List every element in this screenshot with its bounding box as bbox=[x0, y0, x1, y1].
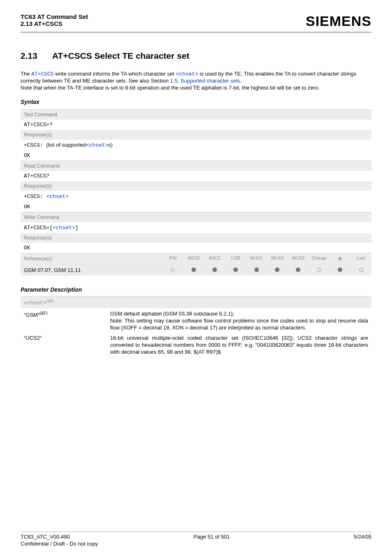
write-command-label: Write Command bbox=[21, 212, 371, 222]
reference-label: Reference(s) bbox=[21, 254, 162, 264]
page-header: TC63 AT Command Set 2.13 AT+CSCS SIEMENS bbox=[21, 13, 371, 29]
footer-center: Page 51 of 501 bbox=[194, 534, 230, 540]
footer-confidential: Confidential / Draft - Do not copy bbox=[21, 541, 371, 547]
reference-value: GSM 07.07, GSM 11.11 bbox=[21, 265, 162, 276]
intro-text: The bbox=[21, 71, 31, 77]
read-ok: OK bbox=[21, 202, 371, 212]
param-key-sup: (&F) bbox=[39, 311, 47, 315]
circle-fill-icon bbox=[254, 267, 259, 272]
circle-fill-icon bbox=[275, 267, 279, 272]
read-command-label: Read Command bbox=[21, 161, 371, 171]
read-command-block: Read Command AT+CSCS? Response(s) +CSCS:… bbox=[21, 161, 371, 212]
mark-mux1 bbox=[246, 265, 267, 275]
resp-text: (list of supported bbox=[46, 142, 86, 148]
col-airplane-icon: ✈ bbox=[330, 253, 350, 264]
resp-prefix: +CSCS: bbox=[24, 193, 46, 200]
param-row-gsm: “GSM“(&F) GSM default alphabet (GSM 03.3… bbox=[21, 308, 371, 332]
mark-asc1 bbox=[204, 265, 225, 275]
test-ok: OK bbox=[21, 150, 371, 161]
param-link-chset[interactable]: <chset> bbox=[53, 225, 75, 231]
mark-mux2 bbox=[267, 265, 288, 275]
circle-fill-icon bbox=[212, 267, 217, 272]
footer-right: 5/24/05 bbox=[354, 534, 371, 540]
intro-paragraph: The AT+CSCS write command informs the TA… bbox=[21, 71, 371, 91]
param-val-gsm: GSM default alphabet (GSM 03.38 subclaus… bbox=[110, 311, 368, 332]
col-asc0: ASC0 bbox=[183, 253, 204, 264]
col-charge: Charge bbox=[309, 253, 330, 264]
col-mux1: MUX1 bbox=[246, 253, 267, 264]
header-rule bbox=[21, 32, 371, 33]
mark-charge bbox=[309, 265, 330, 275]
param-key-text: “UCS2“ bbox=[24, 335, 42, 341]
reference-header-row: Reference(s) PIN ASC0 ASC1 USB MUX1 MUX2… bbox=[21, 253, 371, 264]
param-link-chset[interactable]: <chset> bbox=[176, 71, 198, 77]
col-mux3: MUX3 bbox=[288, 253, 309, 264]
resp-suffix: s) bbox=[108, 142, 113, 148]
cmd-prefix: AT+CSCS= bbox=[24, 225, 49, 231]
footer-rule bbox=[21, 532, 371, 532]
section-heading: 2.13 AT+CSCS Select TE character set bbox=[21, 51, 371, 61]
circle-fill-icon bbox=[191, 267, 196, 272]
param-link-chset[interactable]: <chset> bbox=[46, 193, 69, 200]
section-title: AT+CSCS Select TE character set bbox=[52, 51, 189, 61]
test-command-cmd: AT+CSCS=? bbox=[21, 120, 371, 130]
section-number: 2.13 bbox=[21, 51, 37, 61]
intro-note: Note that when the TA-TE interface is se… bbox=[21, 85, 320, 91]
reference-columns: PIN ASC0 ASC1 USB MUX1 MUX2 MUX3 Charge … bbox=[162, 253, 371, 264]
reference-marks bbox=[162, 265, 371, 275]
syntax-label: Syntax bbox=[21, 99, 371, 105]
doc-title: TC63 AT Command Set bbox=[21, 13, 88, 20]
col-asc1: ASC1 bbox=[204, 253, 225, 264]
param-link-chset[interactable]: <chset> bbox=[86, 142, 108, 148]
mark-pin bbox=[162, 265, 183, 275]
write-command-block: Write Command AT+CSCS=[<chset>] Response… bbox=[21, 212, 371, 253]
read-responses-label: Response(s) bbox=[21, 181, 371, 191]
doc-section-ref: 2.13 AT+CSCS bbox=[21, 20, 88, 27]
write-responses-label: Response(s) bbox=[21, 233, 371, 243]
param-key-gsm: “GSM“(&F) bbox=[24, 311, 106, 332]
circle-fill-icon bbox=[233, 267, 238, 272]
bracket-close: ] bbox=[75, 225, 78, 231]
circle-open-icon bbox=[171, 268, 175, 272]
test-response-line: +CSCS: (list of supported<chset>s) bbox=[21, 140, 371, 150]
section-ref-link[interactable]: 1.5 bbox=[170, 78, 178, 84]
test-command-block: Test Command AT+CSCS=? Response(s) +CSCS… bbox=[21, 109, 371, 161]
param-row-ucs2: “UCS2“ 16-bit universal multiple-octet c… bbox=[21, 332, 371, 357]
test-command-label: Test Command bbox=[21, 110, 371, 120]
col-pin: PIN bbox=[162, 253, 183, 264]
mark-airplane bbox=[330, 265, 350, 275]
circle-open-icon bbox=[359, 268, 363, 272]
read-command-cmd: AT+CSCS? bbox=[21, 171, 371, 181]
param-key-ucs2: “UCS2“ bbox=[24, 335, 106, 356]
param-key-text: “GSM“ bbox=[24, 312, 39, 318]
footer-left: TC63_ATC_V00.490 bbox=[21, 534, 70, 540]
param-val-ucs2: 16-bit universal multiple-octet coded ch… bbox=[110, 335, 368, 356]
param-header: <chset>(str) bbox=[21, 297, 371, 308]
reference-data-row: GSM 07.07, GSM 11.11 bbox=[21, 264, 371, 276]
circle-fill-icon bbox=[296, 267, 300, 272]
write-ok: OK bbox=[21, 243, 371, 253]
param-header-name: <chset> bbox=[24, 300, 46, 306]
param-box: <chset>(str) “GSM“(&F) GSM default alpha… bbox=[21, 296, 371, 357]
intro-text: . bbox=[240, 78, 242, 84]
circle-fill-icon bbox=[338, 267, 342, 272]
mark-asc0 bbox=[183, 265, 204, 275]
col-last: Last bbox=[350, 253, 371, 264]
col-mux2: MUX2 bbox=[267, 253, 288, 264]
write-command-cmd: AT+CSCS=[<chset>] bbox=[21, 222, 371, 233]
syntax-box: Test Command AT+CSCS=? Response(s) +CSCS… bbox=[21, 109, 371, 276]
cmd-link-atcscs[interactable]: AT+CSCS bbox=[31, 71, 54, 77]
read-response-line: +CSCS: <chset> bbox=[21, 191, 371, 202]
reference-block: Reference(s) PIN ASC0 ASC1 USB MUX1 MUX2… bbox=[21, 253, 371, 276]
test-responses-label: Response(s) bbox=[21, 130, 371, 140]
footer-row: TC63_ATC_V00.490 Page 51 of 501 5/24/05 bbox=[21, 534, 371, 540]
param-header-sup: (str) bbox=[46, 299, 54, 303]
page-footer: TC63_ATC_V00.490 Page 51 of 501 5/24/05 … bbox=[21, 532, 371, 547]
resp-prefix: +CSCS: bbox=[24, 142, 46, 148]
intro-text: write command informs the TA which chara… bbox=[54, 71, 176, 77]
mark-mux3 bbox=[288, 265, 309, 275]
mark-usb bbox=[225, 265, 246, 275]
brand-logo: SIEMENS bbox=[306, 13, 371, 29]
circle-open-icon bbox=[317, 268, 321, 272]
supported-charsets-link[interactable]: Supported character sets bbox=[180, 78, 240, 84]
